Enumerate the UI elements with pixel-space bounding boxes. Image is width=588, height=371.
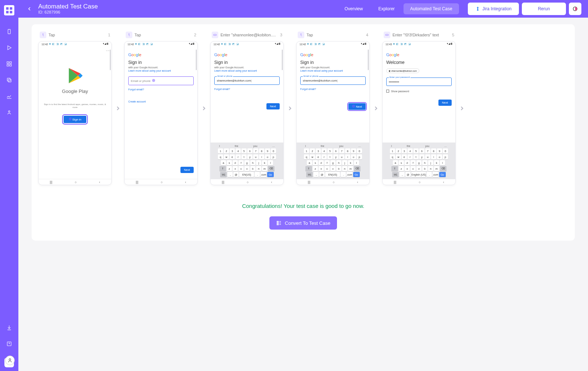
page-title: Automated Test Case [38,3,98,10]
step-action-icon [212,32,218,38]
chart-icon[interactable] [3,90,15,102]
convert-label: Convert To Test Case [285,220,330,226]
svg-rect-3 [10,11,12,14]
step-arrow[interactable] [372,42,380,174]
step-label: Tap [49,33,106,37]
jira-integration-button[interactable]: Jira Integration [468,3,519,15]
svg-rect-22 [277,224,279,225]
step-number: 5 [452,33,454,37]
svg-marker-5 [8,46,11,50]
svg-rect-6 [7,62,9,64]
step-arrow[interactable] [114,42,122,174]
phone-screenshot: 12:42 ✱ ◧ ◨ ◩ ◪▾◢ ▮GoogleSign inwith you… [210,41,284,185]
integration-button[interactable] [569,3,581,15]
step-number: 2 [194,33,196,37]
svg-point-16 [129,34,129,35]
svg-point-12 [8,111,10,112]
phone-screenshot: 12:42 ✱ ◧ ◨ ◩ ◪▾◢ ▮GoogleSign inwith you… [296,41,370,185]
svg-rect-9 [10,64,11,66]
svg-rect-1 [10,7,12,10]
step-number: 1 [108,33,110,37]
nav-tabs: Overview Explorer Automated Test Case [338,3,459,14]
step-header: Tap2 [124,32,198,38]
tab-overview[interactable]: Overview [338,3,369,14]
next-arrow[interactable] [458,42,466,174]
download-icon[interactable] [3,322,15,334]
svg-point-15 [43,34,43,35]
step-header: Enter "shannonlee@kobiton.com" te...3 [210,32,284,38]
congrats-message: Congratulations! Your test case is good … [38,203,568,209]
sidebar: N [0,0,18,371]
svg-rect-4 [8,29,11,34]
page-subtitle: ID: 6287996 [38,10,98,14]
grid-icon[interactable] [3,58,15,70]
svg-rect-7 [10,62,11,64]
tab-explorer[interactable]: Explorer [372,3,401,14]
step-number: 3 [280,33,282,37]
step-number: 4 [366,33,368,37]
phone-screenshot: 12:42 ✱ ◧ ◨ ◩ ◪▾◢ ▮GoogleSign inwith you… [124,41,198,185]
step-action-icon [384,32,390,38]
jira-label: Jira Integration [483,6,512,11]
step-arrow[interactable] [200,42,208,174]
tab-automated-test-case[interactable]: Automated Test Case [404,3,459,14]
team-icon[interactable] [3,107,15,118]
step-label: Tap [306,33,364,37]
play-icon[interactable] [3,42,15,54]
copy-icon[interactable] [3,74,15,86]
help-icon[interactable] [3,338,15,350]
step-header: Enter "!0!3!Dirkaders" text5 [382,32,456,38]
step-action-icon [40,32,46,38]
step-label: Enter "!0!3!Dirkaders" text [392,33,450,37]
step-label: Tap [135,33,192,37]
step-header: Tap4 [296,32,370,38]
step-action-icon [298,32,304,38]
step-action-icon [126,32,132,38]
svg-point-23 [9,359,11,360]
convert-to-test-case-button[interactable]: Convert To Test Case [269,216,337,230]
topbar: Automated Test Case ID: 6287996 Overview… [18,0,588,18]
svg-rect-8 [7,64,9,66]
step-label: Enter "shannonlee@kobiton.com" te... [220,33,278,37]
svg-rect-21 [277,223,279,223]
floating-user-icon[interactable] [5,356,15,365]
rerun-button[interactable]: Rerun [522,3,566,15]
svg-rect-17 [214,34,216,35]
step-arrow[interactable] [286,42,294,174]
svg-rect-20 [277,221,279,222]
svg-rect-2 [6,11,9,14]
devices-icon[interactable] [3,26,15,37]
svg-point-18 [301,34,301,35]
svg-rect-10 [8,79,11,82]
back-button[interactable] [25,4,34,13]
svg-rect-19 [386,34,388,35]
svg-rect-0 [6,7,9,10]
svg-rect-11 [7,78,10,81]
phone-screenshot: 12:43 ✱ ◧ ◨ ◩ ◪▾◢ ▮GoogleWelcome◐ shanno… [382,41,456,185]
app-logo[interactable] [4,5,14,15]
step-header: Tap1 [38,32,112,38]
phone-screenshot: 12:42 ✱ ◧ ◨ ◩ ◪▾◢ ▮⋮Google PlaySign in t… [38,41,112,185]
